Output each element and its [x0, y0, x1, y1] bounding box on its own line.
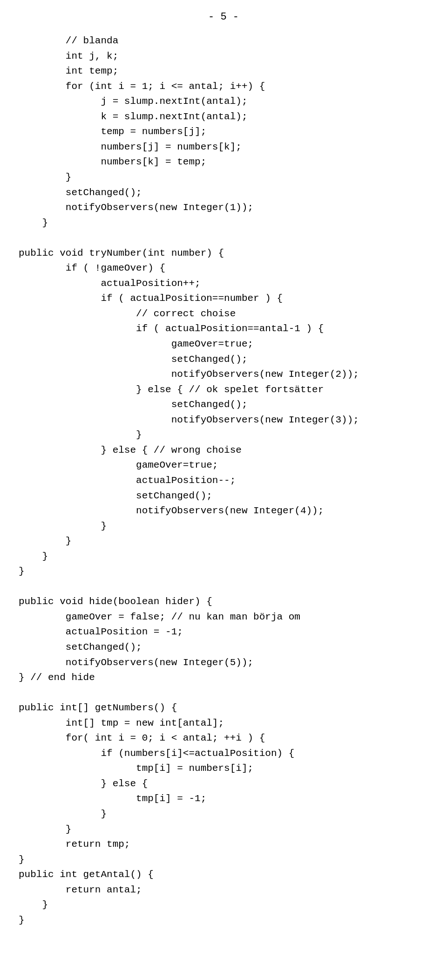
page-header: - 5 - [19, 9, 428, 25]
page: - 5 - // blanda int j, k; int temp; for … [0, 0, 447, 980]
code-content: // blanda int j, k; int temp; for (int i… [19, 34, 428, 928]
